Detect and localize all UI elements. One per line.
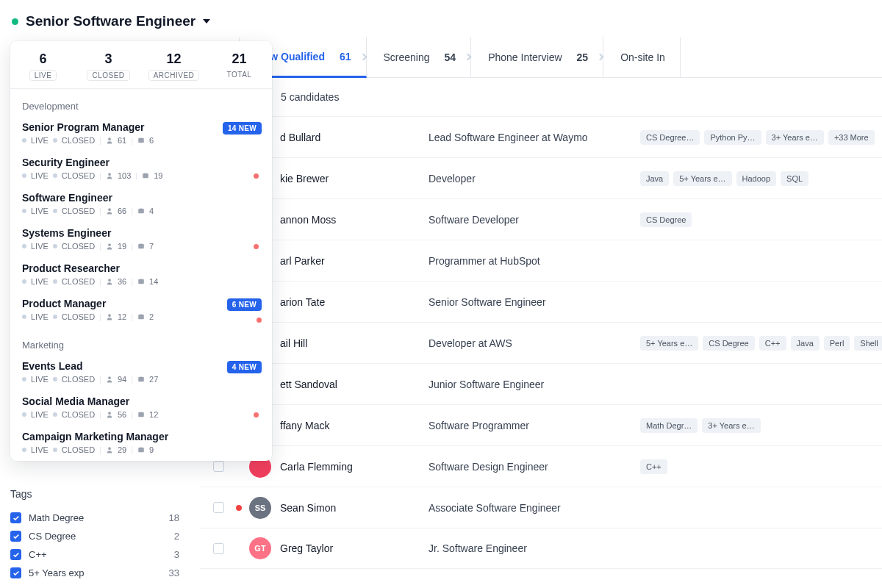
status-dot: [236, 464, 242, 470]
summary-label: TOTAL: [227, 70, 252, 79]
job-item-title: Social Media Manager: [22, 395, 260, 407]
candidate-role: Associate Software Engineer: [429, 502, 631, 514]
tag-filter-row[interactable]: C++ 3: [10, 545, 179, 564]
candidate-row[interactable]: d Bullard Lead Software Engineer at Waym…: [200, 116, 882, 157]
candidate-row[interactable]: annon Moss Software Developer CS Degree: [200, 198, 882, 240]
summary-label: ARCHIVED: [148, 70, 200, 81]
candidate-role: Developer: [429, 173, 631, 184]
tag-checkbox[interactable]: [10, 512, 21, 523]
pipeline-stage[interactable]: Phone Interview 25: [473, 37, 603, 78]
candidate-tag[interactable]: CS Degree: [640, 212, 692, 227]
job-item-title: Software Engineer: [22, 192, 260, 204]
candidate-role: Software Design Engineer: [429, 461, 631, 473]
candidate-tag[interactable]: 3+ Years e…: [766, 130, 824, 145]
tag-count: 33: [169, 567, 179, 578]
summary-cell[interactable]: 3 CLOSED: [76, 41, 141, 88]
alert-dot: [254, 412, 259, 417]
alert-dot: [254, 244, 259, 249]
job-item-meta: LIVE CLOSED |12 |2: [22, 312, 260, 321]
candidate-tag[interactable]: CS Degree…: [640, 130, 700, 145]
tag-checkbox[interactable]: [10, 549, 21, 560]
tag-checkbox[interactable]: [10, 531, 21, 542]
tag-filter-row[interactable]: 5+ Years exp 33: [10, 564, 179, 582]
candidate-name: ail Hill: [280, 337, 420, 349]
candidate-row[interactable]: ffany Mack Software Programmer Math Degr…: [200, 404, 882, 445]
candidate-role: Software Programmer: [429, 420, 631, 431]
candidate-role: Lead Software Engineer at Waymo: [429, 132, 631, 143]
job-item-title: Campaign Marketing Manager: [22, 431, 260, 442]
job-item-meta: LIVE CLOSED |29 |9: [22, 445, 260, 454]
candidate-name: Carla Flemming: [280, 461, 420, 473]
candidate-name: kie Brewer: [280, 173, 420, 184]
candidate-tag[interactable]: Java: [791, 336, 820, 351]
new-badge: 6 NEW: [227, 298, 262, 311]
row-checkbox[interactable]: [213, 461, 224, 472]
job-item[interactable]: Campaign Marketing Manager LIVE CLOSED |…: [10, 426, 272, 461]
candidate-tag[interactable]: Hadoop: [736, 171, 777, 186]
candidate-tag[interactable]: 5+ Years e…: [673, 171, 731, 186]
candidate-name: d Bullard: [280, 132, 420, 143]
candidate-role: Jr. Software Engineer: [429, 542, 631, 554]
summary-cell[interactable]: 21 TOTAL: [207, 41, 272, 88]
candidate-name: ett Sandoval: [280, 379, 420, 390]
job-item-title: Product Manager: [22, 298, 260, 309]
candidate-row[interactable]: Carla Flemming Software Design Engineer …: [200, 445, 882, 487]
tags-filter-panel: Tags Math Degree 18 CS Degree 2 C++ 3 5+…: [10, 488, 179, 582]
candidate-row[interactable]: arion Tate Senior Software Engineer: [200, 281, 882, 322]
candidate-tags: CS Degree: [640, 212, 692, 227]
tag-filter-row[interactable]: Math Degree 18: [10, 509, 179, 527]
stage-count: 61: [340, 51, 351, 62]
candidate-name: annon Moss: [280, 214, 420, 226]
candidate-tag[interactable]: SQL: [781, 171, 808, 186]
candidate-tag[interactable]: Python Py…: [704, 130, 761, 145]
candidate-row[interactable]: SS Sean Simon Associate Software Enginee…: [200, 487, 882, 528]
candidate-name: Greg Taylor: [280, 542, 420, 554]
candidate-row[interactable]: kie Brewer Developer Java5+ Years e…Hado…: [200, 157, 882, 198]
stage-count: 54: [445, 51, 456, 63]
job-title-bar[interactable]: Senior Software Engineer: [0, 0, 882, 40]
job-item[interactable]: Events Lead LIVE CLOSED |94 |27 4 NEW: [10, 355, 272, 390]
pipeline-stage[interactable]: Screening 54: [369, 37, 472, 78]
row-checkbox[interactable]: [213, 502, 224, 513]
job-item[interactable]: Social Media Manager LIVE CLOSED |56 |12: [10, 390, 272, 426]
summary-count: 6: [10, 51, 76, 67]
job-item[interactable]: Systems Engineer LIVE CLOSED |19 |7: [10, 222, 272, 257]
candidate-tag[interactable]: C++: [640, 459, 667, 474]
candidate-name: Sean Simon: [280, 502, 420, 514]
candidate-tag[interactable]: Java: [640, 171, 669, 186]
candidate-row[interactable]: ail Hill Developer at AWS 5+ Years e…CS …: [200, 322, 882, 363]
candidate-tag[interactable]: Math Degr…: [640, 418, 698, 433]
avatar: SS: [249, 497, 271, 519]
candidate-tag[interactable]: CS Degree: [703, 336, 754, 351]
pipeline-stage[interactable]: On-site In: [606, 37, 681, 78]
summary-cell[interactable]: 6 LIVE: [10, 41, 76, 88]
tag-filter-row[interactable]: CS Degree 2: [10, 527, 179, 545]
candidate-row[interactable]: ett Sandoval Junior Software Engineer: [200, 363, 882, 404]
summary-row: 6 LIVE 3 CLOSED 12 ARCHIVED 21 TOTAL: [10, 41, 272, 89]
job-item[interactable]: Senior Program Manager LIVE CLOSED |61 |…: [10, 116, 272, 151]
candidate-name: arl Parker: [280, 255, 420, 267]
candidate-count: 5 candidates: [200, 78, 882, 116]
tag-count: 3: [174, 549, 179, 560]
candidate-tag[interactable]: 5+ Years e…: [640, 336, 698, 351]
candidate-tag[interactable]: Perl: [824, 336, 850, 351]
row-checkbox[interactable]: [213, 543, 224, 554]
job-item[interactable]: Product Manager LIVE CLOSED |12 |2 6 NEW: [10, 293, 272, 328]
candidate-tag[interactable]: +33 More: [828, 130, 875, 145]
candidate-tag[interactable]: Shell: [854, 336, 882, 351]
candidate-row[interactable]: arl Parker Programmer at HubSpot: [200, 240, 882, 281]
summary-count: 21: [207, 51, 272, 67]
candidate-tag[interactable]: 3+ Years e…: [702, 418, 760, 433]
tag-checkbox[interactable]: [10, 567, 21, 578]
job-item-title: Events Lead: [22, 360, 260, 372]
candidate-tags: C++: [640, 459, 667, 474]
summary-cell[interactable]: 12 ARCHIVED: [141, 41, 207, 88]
job-item[interactable]: Security Engineer LIVE CLOSED |103 |19: [10, 151, 272, 187]
job-item[interactable]: Product Researcher LIVE CLOSED |36 |14: [10, 257, 272, 293]
job-item[interactable]: Software Engineer LIVE CLOSED |66 |4: [10, 187, 272, 222]
candidate-row[interactable]: GT Greg Taylor Jr. Software Engineer: [200, 528, 882, 569]
candidate-tag[interactable]: C++: [759, 336, 786, 351]
candidate-role: Programmer at HubSpot: [429, 255, 631, 267]
job-item-title: Systems Engineer: [22, 227, 260, 239]
candidate-name: arion Tate: [280, 296, 420, 308]
